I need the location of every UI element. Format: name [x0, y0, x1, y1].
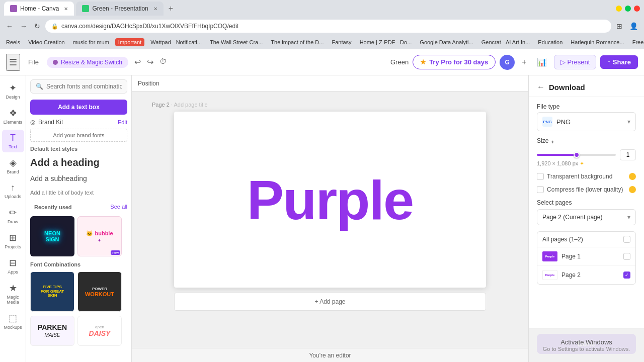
undo-redo: ↩ ↪ ⏱	[132, 56, 169, 68]
profile-button[interactable]: 👤	[627, 21, 640, 31]
sidebar-item-projects[interactable]: ⊞ Projects	[2, 229, 24, 252]
open-daisy-text: open DAISY	[89, 325, 111, 337]
bookmark-wattpad[interactable]: Wattpad - Notificati...	[148, 38, 204, 46]
sidebar-item-brand[interactable]: ◈ Brand	[2, 154, 24, 177]
bookmark-education[interactable]: Education	[536, 38, 565, 46]
tab-presentation-label: Green - Presentation	[92, 5, 148, 12]
bookmark-video[interactable]: Video Creation	[26, 38, 67, 46]
sidebar-item-draw[interactable]: ✏ Draw	[2, 204, 24, 227]
search-box[interactable]: 🔍	[30, 79, 127, 94]
timer-button[interactable]: ⏱	[157, 56, 169, 68]
notifications-button[interactable]: +	[519, 56, 529, 69]
magic-media-icon: ★	[9, 283, 17, 294]
address-text: canva.com/design/DAGHcSpxD0/xu1XwOlXVBFf…	[61, 23, 238, 30]
add-brand-fonts-button[interactable]: Add your brand fonts	[30, 129, 127, 142]
add-page-bar[interactable]: + Add page	[174, 293, 486, 311]
browser-chrome: Home - Canva ✕ Green - Presentation ✕ + …	[0, 0, 644, 49]
bookmark-music[interactable]: music for mum	[71, 38, 111, 46]
projects-label: Projects	[5, 244, 21, 249]
bookmark-harlequin[interactable]: Harlequin Romance...	[569, 38, 626, 46]
bookmark-zpdf[interactable]: Home | Z-PDF - Do...	[358, 38, 414, 46]
sidebar-item-elements[interactable]: ❖ Elements	[2, 105, 24, 128]
sidebar-item-uploads[interactable]: ↑ Uploads	[2, 179, 24, 202]
share-label: Share	[613, 58, 631, 66]
elements-icon: ❖	[9, 108, 17, 119]
brand-label: Brand	[7, 169, 19, 174]
see-all-link[interactable]: See all	[110, 204, 127, 210]
size-info: 1,920 × 1,080 px ✦	[537, 160, 636, 167]
file-type-dropdown[interactable]: PNG PNG ▾	[537, 112, 636, 131]
subheading-style[interactable]: Add a subheading	[26, 171, 131, 186]
forward-nav-button[interactable]: →	[18, 21, 29, 31]
brand-kit-edit[interactable]: Edit	[118, 119, 127, 125]
share-button[interactable]: ↑ Share	[600, 55, 638, 69]
all-pages-checkbox[interactable]	[623, 236, 630, 243]
mockups-label: Mockups	[4, 325, 22, 330]
transparent-bg-checkbox[interactable]	[537, 173, 544, 180]
reload-button[interactable]: ↻	[32, 21, 42, 31]
bookmark-free-books[interactable]: Free Download Books	[630, 38, 644, 46]
five-tips-thumb[interactable]: FIVE TIPSFOR GREATSKIN	[30, 272, 74, 312]
back-button[interactable]: ←	[537, 82, 545, 92]
bookmark-impact[interactable]: The impact of the D...	[269, 38, 326, 46]
hamburger-button[interactable]: ☰	[6, 54, 20, 71]
compress-checkbox[interactable]	[537, 186, 544, 193]
bookmark-fantasy[interactable]: Fantasy	[330, 38, 353, 46]
bookmark-wsj[interactable]: The Wall Street Cra...	[208, 38, 265, 46]
tab-canva-close[interactable]: ✕	[64, 6, 68, 12]
sidebar-item-mockups[interactable]: ⬚ Mockups	[2, 310, 24, 333]
maximize-button[interactable]	[625, 6, 631, 12]
sidebar-item-magic-media[interactable]: ★ Magic Media	[2, 280, 24, 308]
page2-checkbox[interactable]: ✓	[623, 272, 630, 279]
tab-presentation-close[interactable]: ✕	[153, 6, 157, 12]
bookmark-gencrat[interactable]: Gencrat - AI Art In...	[479, 38, 532, 46]
minimize-button[interactable]	[616, 6, 622, 12]
page-title-placeholder[interactable]: Add page title	[174, 102, 207, 108]
sidebar-item-text[interactable]: T Text	[2, 130, 24, 152]
open-daisy-thumb[interactable]: open DAISY	[77, 316, 122, 346]
canvas-slide[interactable]: Purple	[174, 112, 486, 288]
position-bar: Position	[132, 75, 528, 92]
size-input[interactable]	[620, 149, 636, 160]
new-tab-button[interactable]: +	[166, 3, 176, 14]
page-select-dropdown[interactable]: Page 2 (Current page) ▾	[537, 209, 636, 225]
size-slider[interactable]	[537, 154, 616, 156]
sidebar-item-apps[interactable]: ⊟ Apps	[2, 254, 24, 278]
page-dropdown-chevron: ▾	[627, 214, 630, 221]
workout-thumb[interactable]: POWER WORKOUT	[77, 272, 122, 312]
back-nav-button[interactable]: ←	[4, 21, 15, 31]
slider-thumb[interactable]	[574, 152, 580, 158]
user-avatar[interactable]: G	[500, 55, 515, 70]
present-button[interactable]: ▷ Present	[554, 55, 597, 69]
parken-thumb[interactable]: PARKENMAISE	[30, 316, 74, 346]
extensions-button[interactable]: ⊞	[614, 21, 624, 31]
tab-presentation[interactable]: Green - Presentation ✕	[76, 2, 163, 16]
page1-checkbox[interactable]	[623, 253, 630, 260]
uploads-label: Uploads	[5, 194, 21, 199]
redo-button[interactable]: ↪	[145, 56, 155, 68]
size-section: Size ✦ 1,920 × 1,080 px ✦	[537, 137, 636, 167]
bookmark-reels[interactable]: Reels	[4, 38, 22, 46]
close-button[interactable]	[634, 6, 640, 12]
recently-used-title: Recently used	[30, 201, 76, 212]
elements-label: Elements	[4, 120, 23, 125]
file-menu[interactable]: File	[24, 56, 43, 68]
body-style[interactable]: Add a little bit of body text	[26, 186, 131, 199]
tab-canva[interactable]: Home - Canva ✕	[4, 2, 74, 16]
add-text-button[interactable]: Add a text box	[30, 100, 127, 115]
brand-kit-icon: ◎	[30, 119, 35, 126]
search-input[interactable]	[46, 83, 122, 90]
neon-sign-thumb[interactable]: NEONSIGN	[30, 216, 74, 256]
try-pro-button[interactable]: ★ Try Pro for 30 days	[413, 55, 496, 69]
icon-sidebar: ✦ Design ❖ Elements T Text ◈ Brand ↑ Upl…	[0, 75, 26, 362]
undo-button[interactable]: ↩	[132, 56, 143, 68]
heading-style[interactable]: Add a heading	[26, 154, 131, 171]
bookmark-google-data[interactable]: Google Data Analyti...	[418, 38, 475, 46]
sidebar-item-design[interactable]: ✦ Design	[2, 79, 24, 103]
design-label: Design	[6, 95, 20, 100]
analytics-button[interactable]: 📊	[534, 55, 550, 69]
bubble-thumb[interactable]: 🐱 bubble ✦ new	[77, 216, 122, 256]
address-bar[interactable]: 🔒 canva.com/design/DAGHcSpxD0/xu1XwOlXVB…	[45, 20, 611, 33]
magic-switch-button[interactable]: Resize & Magic Switch	[47, 57, 128, 68]
bookmark-important[interactable]: Important	[115, 38, 144, 46]
